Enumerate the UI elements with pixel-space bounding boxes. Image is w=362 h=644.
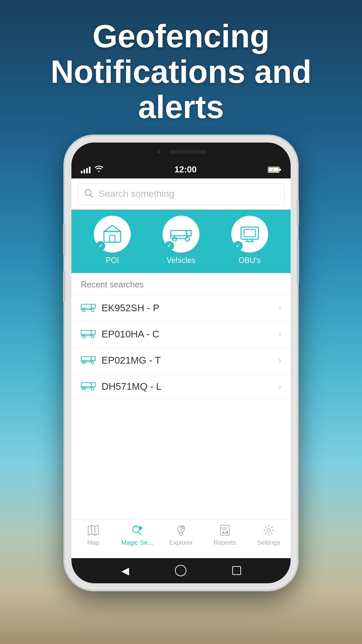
search-list: EK952SH - P › xyxy=(71,295,291,520)
search-item-text-1: EK952SH - P xyxy=(102,303,272,314)
search-item-text-3: EP021MG - T xyxy=(102,355,272,366)
svg-rect-29 xyxy=(81,357,91,362)
side-btn-right-mid xyxy=(297,239,299,284)
svg-text:⚡: ⚡ xyxy=(270,168,275,172)
svg-rect-1 xyxy=(279,169,281,171)
search-input-wrapper[interactable]: Search something xyxy=(77,183,285,205)
app-content: Search something ✓ xyxy=(71,178,291,583)
category-obus[interactable]: ✓ OBU's xyxy=(231,216,268,265)
chevron-right-4: › xyxy=(278,381,281,392)
search-item-text-2: EP010HA - C xyxy=(102,329,272,340)
vehicles-label: Vehicles xyxy=(167,256,195,265)
vehicle-icon-3 xyxy=(81,355,96,366)
svg-marker-20 xyxy=(91,304,95,308)
search-placeholder-text: Search something xyxy=(99,189,174,199)
svg-rect-53 xyxy=(223,531,224,534)
category-poi[interactable]: ✓ POI xyxy=(94,216,131,265)
explorer-icon xyxy=(175,525,187,537)
svg-point-22 xyxy=(91,309,94,312)
nav-label-magic-search: Magic Se... xyxy=(121,539,153,546)
svg-point-37 xyxy=(91,387,94,390)
svg-marker-25 xyxy=(91,330,95,334)
obus-circle: ✓ xyxy=(231,216,268,253)
bottom-nav: Map ✦ Magic Se xyxy=(71,520,291,558)
svg-text:✦: ✦ xyxy=(139,527,141,529)
search-item-text-4: DH571MQ - L xyxy=(102,381,272,392)
empty-space xyxy=(71,400,291,467)
poi-circle: ✓ xyxy=(94,216,131,253)
search-bar: Search something xyxy=(71,178,291,210)
status-left xyxy=(81,165,103,174)
svg-rect-34 xyxy=(81,383,91,388)
chevron-right-1: › xyxy=(278,303,281,313)
android-nav-bar: ◀ xyxy=(71,558,291,583)
header-title-line2: Notifications and alerts xyxy=(20,54,342,125)
svg-point-32 xyxy=(91,361,94,364)
reports-icon xyxy=(220,525,230,537)
nav-item-map[interactable]: Map xyxy=(71,525,115,555)
svg-rect-55 xyxy=(227,531,228,534)
nav-label-settings: Settings xyxy=(257,539,280,546)
poi-check-badge: ✓ xyxy=(96,241,105,251)
vehicle-icon-1 xyxy=(81,303,96,313)
svg-marker-39 xyxy=(88,525,98,535)
obus-label: OBU's xyxy=(239,256,261,265)
search-item-2[interactable]: EP010HA - C › xyxy=(71,321,291,347)
recent-section: Recent searches xyxy=(71,273,291,520)
android-recents-btn[interactable] xyxy=(232,566,241,575)
poi-label: POI xyxy=(106,256,119,265)
nav-label-map: Map xyxy=(87,539,100,546)
nav-label-explorer: Explorer xyxy=(169,539,193,546)
side-btn-left-top xyxy=(63,224,65,256)
nav-item-explorer[interactable]: Explorer xyxy=(159,525,203,555)
category-vehicles[interactable]: ✓ Vehicles xyxy=(163,216,199,265)
vehicles-circle: ✓ xyxy=(163,216,199,253)
svg-marker-7 xyxy=(104,225,121,231)
camera-dot xyxy=(156,149,162,155)
category-bar: ✓ POI xyxy=(71,210,291,273)
battery-icon: ⚡ xyxy=(268,166,281,173)
map-icon xyxy=(87,525,99,537)
android-home-btn[interactable] xyxy=(175,565,186,576)
svg-point-56 xyxy=(267,529,270,532)
speaker-grille xyxy=(169,150,206,154)
svg-marker-30 xyxy=(91,357,95,361)
svg-rect-15 xyxy=(244,229,255,237)
settings-icon xyxy=(263,525,275,537)
vehicle-icon-4 xyxy=(81,381,96,392)
magic-search-icon: ✦ xyxy=(131,525,143,537)
phone-frame: 12:00 ⚡ xyxy=(65,137,297,589)
nav-item-magic-search[interactable]: ✦ Magic Se... xyxy=(115,525,159,555)
header-section: Geofencing Notifications and alerts xyxy=(0,0,362,137)
wifi-icon xyxy=(95,165,103,174)
svg-line-43 xyxy=(138,532,141,535)
svg-point-12 xyxy=(185,237,189,241)
nav-label-reports: Reports xyxy=(214,539,236,546)
vehicle-icon-2 xyxy=(81,329,96,339)
search-item-1[interactable]: EK952SH - P › xyxy=(71,295,291,321)
svg-marker-10 xyxy=(187,230,191,236)
svg-point-27 xyxy=(91,335,94,338)
svg-rect-54 xyxy=(225,532,226,534)
svg-line-5 xyxy=(90,195,93,197)
side-btn-left-bot xyxy=(63,271,65,303)
android-back-btn[interactable]: ◀ xyxy=(121,565,129,577)
svg-marker-35 xyxy=(91,383,95,387)
nav-item-reports[interactable]: Reports xyxy=(203,525,247,555)
svg-point-11 xyxy=(173,237,177,241)
header-title-line1: Geofencing xyxy=(20,18,342,54)
search-item-4[interactable]: DH571MQ - L › xyxy=(71,374,291,400)
chevron-right-3: › xyxy=(278,355,281,366)
svg-rect-6 xyxy=(104,231,121,242)
search-icon xyxy=(84,188,94,200)
obus-check-badge: ✓ xyxy=(233,241,243,251)
phone-top-notch xyxy=(71,143,291,161)
chevron-right-2: › xyxy=(278,329,281,339)
svg-rect-19 xyxy=(81,304,91,310)
nav-item-settings[interactable]: Settings xyxy=(247,525,291,555)
search-item-3[interactable]: EP021MG - T › xyxy=(71,347,291,374)
signal-icon xyxy=(81,166,90,173)
status-bar: 12:00 ⚡ xyxy=(71,161,291,178)
svg-rect-8 xyxy=(110,235,115,242)
svg-rect-47 xyxy=(180,533,182,535)
